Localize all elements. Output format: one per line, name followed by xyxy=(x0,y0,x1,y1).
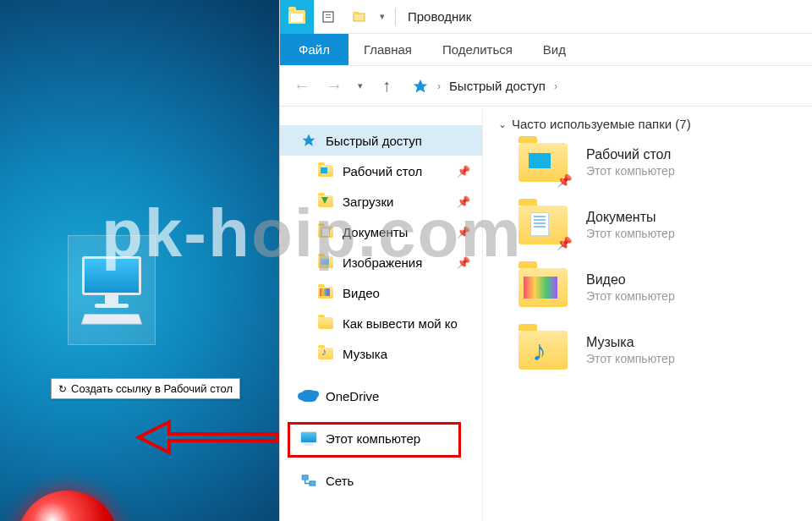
chevron-right-icon: › xyxy=(437,80,441,92)
navpane-label: Видео xyxy=(343,286,380,300)
navpane-label: Загрузки xyxy=(343,195,393,209)
quick-access-star-icon xyxy=(300,132,317,149)
folder-item-music[interactable]: Музыка Этот компьютер xyxy=(518,331,802,370)
folder-icon: 📌 xyxy=(518,143,568,182)
keyboard-icon xyxy=(81,314,142,324)
qat-properties-button[interactable] xyxy=(314,9,344,25)
folder-location: Этот компьютер xyxy=(586,289,675,303)
quick-access-toolbar-folder-icon[interactable] xyxy=(280,0,314,34)
group-header-frequent-folders[interactable]: ⌄ Часто используемые папки (7) xyxy=(493,113,802,143)
tab-share[interactable]: Поделиться xyxy=(427,34,528,65)
navpane-label: Сеть xyxy=(326,474,354,488)
navpane-label: Этот компьютер xyxy=(326,431,420,446)
folder-item-desktop[interactable]: 📌 Рабочий стол Этот компьютер xyxy=(518,143,802,182)
pin-icon: 📌 xyxy=(457,165,470,178)
folder-name: Видео xyxy=(586,272,675,288)
folder-icon xyxy=(317,254,334,271)
folder-icon xyxy=(317,345,334,362)
refresh-icon: ↻ xyxy=(58,383,67,395)
navpane-downloads[interactable]: Загрузки 📌 xyxy=(280,186,482,217)
nav-forward-button[interactable]: → xyxy=(321,73,348,100)
folder-icon xyxy=(317,284,334,301)
chevron-down-icon: ⌄ xyxy=(498,118,507,130)
nav-up-button[interactable]: ↑ xyxy=(373,73,400,100)
red-circle-decor xyxy=(17,491,118,521)
pin-icon: 📌 xyxy=(457,256,470,269)
navpane-video[interactable]: Видео xyxy=(280,277,482,308)
drag-tooltip-label: Создать ссылку в Рабочий стол xyxy=(71,382,233,395)
navigation-pane: Быстрый доступ Рабочий стол 📌 Загрузки 📌… xyxy=(280,107,483,521)
desktop-background xyxy=(0,0,279,521)
pin-icon: 📌 xyxy=(557,173,573,189)
folder-location: Этот компьютер xyxy=(586,352,675,365)
folder-location: Этот компьютер xyxy=(586,227,675,240)
navpane-quick-access[interactable]: Быстрый доступ xyxy=(280,125,482,156)
folder-icon xyxy=(317,223,334,240)
svg-marker-5 xyxy=(414,79,428,92)
breadcrumb-root[interactable]: Быстрый доступ xyxy=(449,79,546,93)
folder-icon xyxy=(317,193,334,210)
pin-icon: 📌 xyxy=(457,195,470,208)
folder-icon xyxy=(317,315,334,332)
nav-history-dropdown-icon[interactable]: ▾ xyxy=(353,80,368,91)
qat-dropdown-icon[interactable]: ▾ xyxy=(375,11,390,22)
titlebar: ▾ Проводник xyxy=(280,0,812,34)
window-title: Проводник xyxy=(408,9,471,24)
tab-home[interactable]: Главная xyxy=(348,34,427,65)
quick-access-star-icon xyxy=(412,78,429,95)
navpane-music[interactable]: Музыка xyxy=(280,338,482,369)
navpane-label: Документы xyxy=(343,225,408,239)
navpane-onedrive[interactable]: OneDrive xyxy=(280,381,482,411)
folder-icon xyxy=(518,268,568,307)
chevron-right-icon: › xyxy=(554,80,557,92)
svg-rect-8 xyxy=(310,481,315,485)
tab-view[interactable]: Вид xyxy=(528,34,581,65)
folder-name: Документы xyxy=(586,210,675,225)
navpane-label: OneDrive xyxy=(326,389,379,403)
folder-grid: 📌 Рабочий стол Этот компьютер 📌 Документ… xyxy=(493,143,802,370)
desktop-this-pc-icon[interactable] xyxy=(68,235,156,345)
navpane-label: Как вывести мой ко xyxy=(343,316,458,331)
svg-marker-6 xyxy=(303,134,315,146)
navpane-network[interactable]: Сеть xyxy=(280,465,482,496)
group-header-label: Часто используемые папки (7) xyxy=(512,117,691,131)
tab-file[interactable]: Файл xyxy=(280,34,348,65)
navpane-this-pc[interactable]: Этот компьютер xyxy=(280,423,482,453)
svg-rect-3 xyxy=(354,14,365,21)
qat-new-folder-button[interactable] xyxy=(344,9,375,25)
folder-location: Этот компьютер xyxy=(586,164,675,178)
folder-icon xyxy=(317,162,334,179)
navigation-bar: ← → ▾ ↑ › Быстрый доступ › xyxy=(280,66,812,107)
folder-item-documents[interactable]: 📌 Документы Этот компьютер xyxy=(518,206,802,244)
folder-icon xyxy=(518,331,568,370)
navpane-label: Рабочий стол xyxy=(343,164,422,178)
this-pc-icon xyxy=(300,430,317,447)
breadcrumb[interactable]: › Быстрый доступ › xyxy=(412,78,557,95)
navpane-pictures[interactable]: Изображения 📌 xyxy=(280,247,482,277)
svg-rect-7 xyxy=(302,475,308,480)
explorer-window: ▾ Проводник Файл Главная Поделиться Вид … xyxy=(279,0,812,521)
svg-rect-1 xyxy=(326,14,331,15)
svg-rect-2 xyxy=(326,17,331,18)
folder-name: Музыка xyxy=(586,335,675,350)
navpane-howto[interactable]: Как вывести мой ко xyxy=(280,308,482,338)
navpane-label: Изображения xyxy=(343,255,422,270)
ribbon-tabs: Файл Главная Поделиться Вид xyxy=(280,34,812,66)
navpane-label: Быстрый доступ xyxy=(326,134,422,148)
pin-icon: 📌 xyxy=(457,226,470,239)
navpane-documents[interactable]: Документы 📌 xyxy=(280,217,482,247)
folder-item-video[interactable]: Видео Этот компьютер xyxy=(518,268,802,307)
onedrive-icon xyxy=(300,387,317,404)
drag-create-shortcut-tooltip: ↻ Создать ссылку в Рабочий стол xyxy=(51,378,240,399)
folder-icon: 📌 xyxy=(518,206,568,244)
nav-back-button[interactable]: ← xyxy=(288,73,315,100)
navpane-label: Музыка xyxy=(343,347,387,361)
network-icon xyxy=(300,472,317,489)
monitor-icon xyxy=(82,256,141,295)
svg-rect-4 xyxy=(354,12,359,14)
content-pane: ⌄ Часто используемые папки (7) 📌 Рабочий… xyxy=(483,107,812,521)
explorer-body: Быстрый доступ Рабочий стол 📌 Загрузки 📌… xyxy=(280,107,812,521)
navpane-desktop[interactable]: Рабочий стол 📌 xyxy=(280,156,482,186)
pin-icon: 📌 xyxy=(557,236,573,251)
folder-name: Рабочий стол xyxy=(586,147,675,162)
